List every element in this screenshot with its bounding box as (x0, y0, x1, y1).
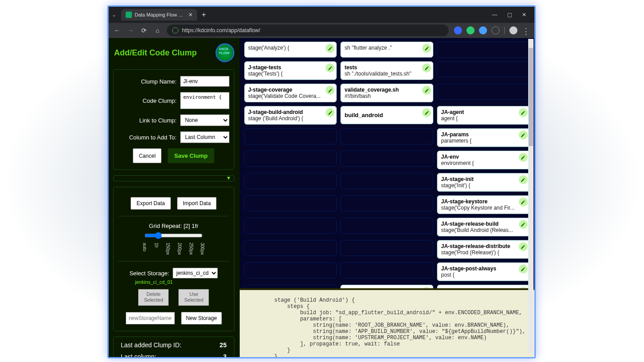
window-scrollbar[interactable] (528, 39, 534, 354)
edit-icon[interactable] (519, 153, 528, 162)
clump-title: JA-stage-post-always (441, 265, 516, 272)
new-storage-button[interactable]: New Storage (181, 312, 222, 324)
browser-menu-icon[interactable]: ⋮ (522, 26, 530, 34)
edit-icon[interactable] (519, 108, 528, 117)
clump-card[interactable]: JA-envenvironment { (437, 151, 530, 169)
url-text: https://kdcinfo.com/app/dataflow/ (182, 27, 260, 34)
delete-selected-button[interactable]: Delete Selected (138, 289, 169, 305)
page-title: Add/Edit Code Clump (114, 48, 197, 58)
edit-icon[interactable] (519, 130, 528, 139)
new-storage-name-input[interactable] (126, 312, 175, 324)
code-clump-textarea[interactable]: environment { (180, 92, 229, 109)
clump-subtitle: #!/bin/bash (344, 93, 419, 99)
flow-row: J-stage-build-androidstage ('Build Andro… (244, 106, 530, 125)
new-tab-button[interactable]: + (202, 11, 206, 19)
clump-subtitle: stage('Prod (Release)') { (441, 249, 516, 256)
clump-card[interactable]: J-stage-build-androidstage ('Build Andro… (244, 106, 337, 125)
nav-home-icon[interactable]: ⌂ (153, 27, 161, 34)
clump-subtitle: agent { (441, 115, 516, 122)
link-to-clump-select[interactable]: None (180, 114, 229, 126)
collapsed-panel-toggle[interactable] (113, 175, 234, 181)
edit-icon[interactable] (422, 44, 431, 53)
grid-repeat-slider[interactable] (144, 232, 203, 239)
flow-canvas[interactable]: stage('Analyze') {sh "flutter analyze ."… (240, 38, 534, 288)
column-add-select[interactable]: Last Column (180, 131, 229, 143)
extensions-menu-icon[interactable] (491, 26, 500, 34)
profile-icon[interactable] (509, 26, 517, 34)
edit-icon[interactable] (326, 63, 335, 72)
clump-title: J-stage-tests (248, 64, 323, 71)
clump-card[interactable]: sh "flutter analyze ." (340, 42, 433, 58)
window-maximize-icon[interactable]: ▢ (507, 12, 512, 18)
extension-icon[interactable] (479, 26, 487, 34)
clump-title: JA-stage-init (441, 176, 516, 182)
edit-icon[interactable] (519, 265, 528, 274)
clump-card[interactable]: JA-stage-initstage('Init') { (437, 173, 530, 192)
clump-card[interactable]: JA-stage-keystorestage('Copy Keystore an… (437, 195, 530, 214)
clump-card[interactable]: build_android (340, 106, 433, 124)
nav-forward-icon[interactable]: → (127, 27, 135, 34)
edit-icon[interactable] (326, 44, 335, 53)
flow-row: build_iosstage ('Build iOS') {JI-agentag… (244, 285, 530, 288)
tools-panel: Export Data Import Data Grid Repeat: [2]… (113, 187, 234, 331)
edit-icon[interactable] (519, 287, 528, 288)
storage-select[interactable]: jenkins_ci_cd (173, 268, 218, 278)
browser-tab[interactable]: Data Mapping Flow Analysis To ✕ (121, 9, 197, 21)
clump-name-input[interactable] (180, 76, 229, 87)
stats-panel: Last added Clump ID: 25 Last column: 3 (113, 337, 234, 357)
clump-card[interactable]: build_iosstage ('Build iOS') { (340, 285, 433, 288)
clump-card[interactable]: JA-paramsparameters { (437, 128, 530, 147)
clump-subtitle: environment { (441, 160, 516, 166)
clump-card[interactable]: JA-stage-release-buildstage('Build Andro… (437, 218, 530, 236)
empty-slot (244, 285, 337, 288)
clump-card[interactable]: stage('Analyze') { (244, 42, 337, 58)
code-preview-pane[interactable]: stage ('Build Android') { steps { build … (240, 288, 534, 357)
browser-toolbar: ← → ⟳ ⌂ https://kdcinfo.com/app/dataflow… (109, 23, 534, 38)
edit-icon[interactable] (422, 287, 431, 288)
edit-icon[interactable] (326, 86, 335, 95)
nav-back-icon[interactable]: ← (113, 27, 121, 34)
slider-tick-label: 200px (177, 243, 182, 255)
edit-icon[interactable] (519, 198, 528, 206)
clump-subtitle: stage('Analyze') { (248, 45, 323, 51)
site-info-icon[interactable] (172, 27, 178, 34)
edit-icon[interactable] (519, 242, 528, 251)
extension-icon[interactable] (454, 26, 462, 34)
clump-card[interactable]: validate_coverage.sh#!/bin/bash (340, 84, 433, 102)
link-to-clump-label: Link to Clump: (140, 117, 177, 124)
save-clump-button[interactable]: Save Clump (168, 148, 214, 163)
edit-icon[interactable] (422, 63, 431, 72)
tabs-dropdown[interactable]: ⌄ (109, 12, 119, 18)
export-data-button[interactable]: Export Data (131, 197, 170, 210)
clump-subtitle: stage('Init') { (441, 182, 516, 189)
last-clump-id-label: Last added Clump ID: (121, 341, 181, 349)
edit-icon[interactable] (519, 175, 528, 184)
tab-close-icon[interactable]: ✕ (188, 12, 193, 18)
edit-icon[interactable] (422, 86, 431, 95)
cancel-button[interactable]: Cancel (133, 148, 161, 163)
empty-slot (340, 262, 433, 278)
extension-icon[interactable] (466, 26, 475, 34)
clump-title: tests (344, 64, 419, 71)
edit-icon[interactable] (422, 108, 431, 117)
clump-card[interactable]: JI-agentagent { (437, 285, 530, 288)
use-selected-button[interactable]: Use Selected (178, 289, 209, 305)
window-close-icon[interactable]: ✕ (522, 12, 526, 18)
clump-card[interactable]: J-stage-coveragestage('Validate Code Cov… (244, 84, 337, 102)
clump-card[interactable]: testssh "./tools/validate_tests.sh" (340, 61, 433, 80)
url-bar[interactable]: https://kdcinfo.com/app/dataflow/ (167, 25, 449, 36)
nav-reload-icon[interactable]: ⟳ (140, 27, 148, 34)
clump-card[interactable]: JA-stage-release-distributestage('Prod (… (437, 240, 530, 259)
flow-row: JA-paramsparameters { (244, 128, 530, 147)
edit-icon[interactable] (519, 220, 528, 229)
clump-title: JA-stage-keystore (441, 198, 516, 205)
slider-tick-label: 1fr (154, 243, 159, 255)
flow-row: JA-stage-post-alwayspost { (244, 262, 530, 281)
clump-card[interactable]: JA-agentagent { (437, 106, 530, 125)
flow-row: JA-stage-keystorestage('Copy Keystore an… (244, 195, 530, 214)
clump-card[interactable]: JA-stage-post-alwayspost { (437, 262, 530, 281)
window-minimize-icon[interactable]: — (492, 12, 497, 18)
clump-card[interactable]: J-stage-testsstage('Tests') { (244, 61, 337, 80)
import-data-button[interactable]: Import Data (177, 197, 217, 210)
edit-icon[interactable] (326, 108, 335, 117)
